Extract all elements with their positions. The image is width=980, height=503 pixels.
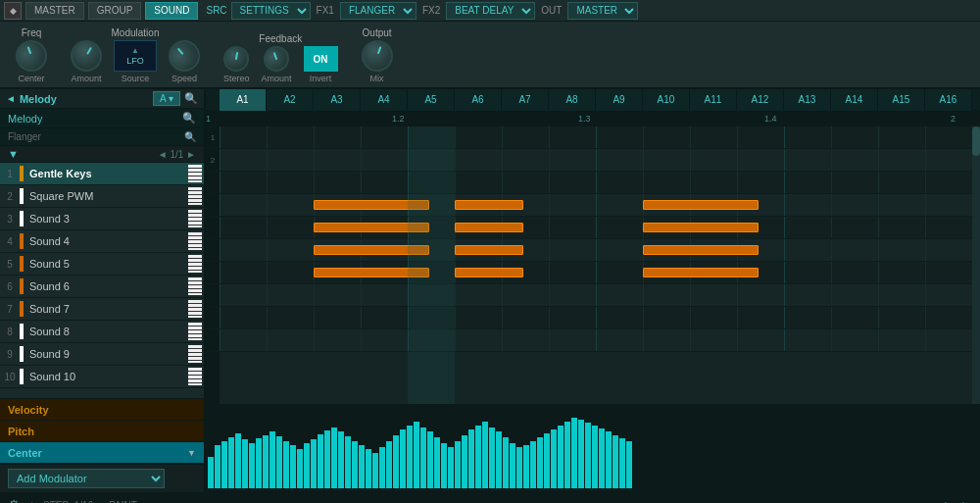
grid-row-0[interactable] xyxy=(220,126,972,149)
vel-bar-37 xyxy=(462,435,467,488)
expand-arrow[interactable]: ▼ xyxy=(8,148,19,160)
tab-master[interactable]: MASTER xyxy=(25,2,84,20)
vel-bar-11 xyxy=(283,441,289,488)
mix-group: Mix xyxy=(362,40,393,83)
scrollbar-thumb[interactable] xyxy=(972,126,980,156)
grid-main[interactable] xyxy=(220,126,972,404)
search-icon[interactable]: 🔍 xyxy=(184,92,198,105)
src-label: SRC xyxy=(206,5,226,16)
grid-line-v-2 xyxy=(314,262,315,283)
vel-bar-56 xyxy=(592,426,598,488)
col-header-A11[interactable]: A11 xyxy=(690,89,737,111)
col-header-A4[interactable]: A4 xyxy=(361,89,408,111)
grid-row-6[interactable] xyxy=(220,262,972,284)
grid-line-v-1 xyxy=(267,194,268,216)
speed-knob[interactable] xyxy=(162,33,206,77)
tab-sound[interactable]: SOUND xyxy=(145,2,198,20)
center-row[interactable]: Center ▼ xyxy=(0,442,204,464)
grid-row-5[interactable] xyxy=(220,239,972,262)
sound-row-3[interactable]: 3Sound 3 xyxy=(0,208,204,230)
stereo-knob[interactable] xyxy=(221,44,251,74)
sound-row-5[interactable]: 5Sound 5 xyxy=(0,253,204,276)
col-header-A10[interactable]: A10 xyxy=(643,89,690,111)
speed-group: Speed xyxy=(169,40,200,83)
grid-line-v-8 xyxy=(596,172,597,193)
col-header-A9[interactable]: A9 xyxy=(596,89,643,111)
mix-knob[interactable] xyxy=(357,35,397,75)
grid-row-3[interactable] xyxy=(220,194,972,217)
sound-row-8[interactable]: 8Sound 8 xyxy=(0,321,204,343)
scrollbar-vertical[interactable] xyxy=(972,126,980,404)
grid-line-v-11 xyxy=(737,307,738,328)
sound-name-4: Sound 4 xyxy=(27,235,188,247)
velocity-row[interactable]: Velocity xyxy=(0,399,204,421)
grid-line-v-3 xyxy=(361,217,362,238)
center-mod-label: Center xyxy=(8,447,42,459)
sound-row-7[interactable]: 7Sound 7 xyxy=(0,298,204,321)
grid-row-9[interactable] xyxy=(220,329,972,352)
fb-amount-knob[interactable] xyxy=(260,42,292,75)
grid-line-v-14 xyxy=(878,284,879,306)
time-marker-2: 2 xyxy=(951,114,956,124)
mod-amount-knob[interactable] xyxy=(65,34,108,77)
col-header-A3[interactable]: A3 xyxy=(314,89,361,111)
grid-line-v-1 xyxy=(267,262,268,283)
grid-line-v-4 xyxy=(408,217,409,238)
sound-row-1[interactable]: 1Gentle Keys xyxy=(0,163,204,185)
scroll-left-arrow[interactable]: ◄ xyxy=(937,498,949,503)
grid-line-v-10 xyxy=(690,126,691,148)
col-header-A12[interactable]: A12 xyxy=(737,89,784,111)
col-header-A1[interactable]: A1 xyxy=(220,89,267,111)
col-header-A8[interactable]: A8 xyxy=(549,89,596,111)
grid-line-v-14 xyxy=(878,262,879,283)
tab-group[interactable]: GROUP xyxy=(88,2,142,20)
fx1-select[interactable]: FLANGER xyxy=(340,2,416,20)
col-header-A5[interactable]: A5 xyxy=(408,89,455,111)
grid-line-v-11 xyxy=(737,126,738,148)
col-header-A14[interactable]: A14 xyxy=(831,89,878,111)
invert-on-button[interactable]: ON xyxy=(304,46,338,72)
settings-icon[interactable]: ⚙ xyxy=(8,497,21,503)
grid-row-7[interactable] xyxy=(220,284,972,307)
instrument-search-icon[interactable]: 🔍 xyxy=(182,112,196,125)
grid-line-v-4 xyxy=(408,307,409,328)
vel-bar-47 xyxy=(530,441,536,488)
sound-name-6: Sound 6 xyxy=(27,280,188,292)
grid-row-8[interactable] xyxy=(220,307,972,329)
grid-row-1[interactable] xyxy=(220,149,972,172)
pattern-left-arrow[interactable]: ◄ xyxy=(6,93,16,104)
grid-line-v-0 xyxy=(220,149,220,171)
fx2-label: FX2 xyxy=(420,5,442,16)
col-header-A13[interactable]: A13 xyxy=(784,89,831,111)
grid-row-2[interactable] xyxy=(220,172,972,194)
vel-bar-31 xyxy=(420,428,426,488)
add-modulator-select[interactable]: Add Modulator xyxy=(8,469,165,488)
scroll-right-arrow[interactable]: ► xyxy=(960,498,972,503)
col-header-A2[interactable]: A2 xyxy=(267,89,314,111)
sound-row-10[interactable]: 10Sound 10 xyxy=(0,366,204,388)
grid-row-4[interactable] xyxy=(220,217,972,239)
center-knob[interactable] xyxy=(11,35,51,75)
grid-line-v-14 xyxy=(878,329,879,351)
col-header-A16[interactable]: A16 xyxy=(925,89,972,111)
pitch-row[interactable]: Pitch xyxy=(0,421,204,442)
paint-icon[interactable]: ✏ xyxy=(145,500,153,504)
center-dropdown-icon[interactable]: ▼ xyxy=(187,448,196,458)
sound-row-9[interactable]: 9Sound 9 xyxy=(0,343,204,366)
sound-row-6[interactable]: 6Sound 6 xyxy=(0,276,204,298)
fx2-select[interactable]: BEAT DELAY xyxy=(446,2,535,20)
out-select[interactable]: MASTER xyxy=(567,2,638,20)
grid-line-v-12 xyxy=(784,194,785,216)
sound-row-4[interactable]: 4Sound 4 xyxy=(0,230,204,253)
pattern-a-button[interactable]: A ▾ xyxy=(153,91,180,106)
piano-icon[interactable]: ♪ xyxy=(28,497,35,503)
sound-row-2[interactable]: 2Square PWM xyxy=(0,185,204,208)
col-header-A15[interactable]: A15 xyxy=(878,89,925,111)
mod-amount-group: Amount xyxy=(71,40,102,83)
settings-select[interactable]: SETTINGS xyxy=(231,2,311,20)
col-header-A7[interactable]: A7 xyxy=(502,89,549,111)
lfo-box[interactable]: ▲ LFO xyxy=(114,40,157,72)
col-header-A6[interactable]: A6 xyxy=(455,89,502,111)
grid-line-v-4 xyxy=(408,262,409,283)
instrument-fx-search-icon[interactable]: 🔍 xyxy=(184,131,196,142)
